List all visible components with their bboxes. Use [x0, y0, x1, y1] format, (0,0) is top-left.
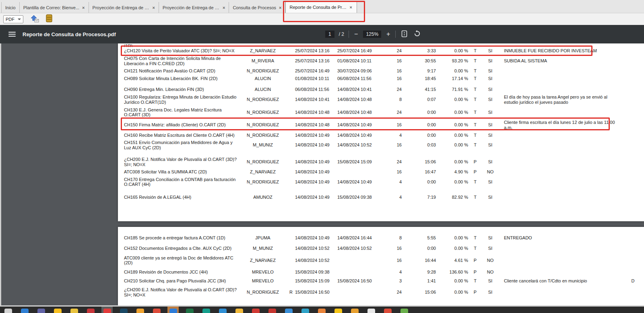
windows-taskbar: [0, 307, 644, 313]
status-letter-cell: T: [468, 76, 482, 81]
rotate-icon[interactable]: [413, 30, 421, 38]
folder-2-icon[interactable]: [235, 309, 243, 313]
status-letter-cell: T: [468, 122, 482, 128]
orange-ring-app-icon[interactable]: [318, 309, 326, 313]
fit-to-page-icon[interactable]: [400, 30, 409, 39]
allocated-hours-cell: 4: [380, 133, 402, 138]
start-datetime-cell: 15/08/2024 16:50: [295, 290, 337, 295]
allocated-hours-cell: 3: [380, 278, 402, 284]
yes-no-cell: SI: [482, 290, 498, 295]
percent-cell: 4.90 %: [436, 169, 468, 175]
table-row: CH152 Documentos Entregados a Clte. AUX …: [118, 245, 644, 252]
close-icon[interactable]: ×: [153, 5, 155, 10]
end-datetime-cell: 06/08/2024 11:56: [337, 76, 380, 81]
edge-browser-icon[interactable]: [219, 309, 227, 313]
red-app-3-icon[interactable]: [268, 309, 276, 313]
excel-icon[interactable]: [186, 309, 194, 313]
comment-cell: INMUEBLE FUE RECIBIDO POR INVESTEAM: [498, 48, 622, 54]
end-datetime-cell: 14/08/2024 10:49: [337, 179, 380, 185]
table-row: ¿CH120 Visita de Perito Valuador ATC (3D…: [118, 47, 644, 55]
browser-tab-0[interactable]: Inicio: [1, 2, 20, 13]
teal-tile-app-icon[interactable]: [301, 309, 309, 313]
browser-tab-4[interactable]: Consulta de Procesos×: [229, 2, 285, 13]
teal-tile-app-taskbar-slot: [299, 307, 311, 313]
powershell-icon[interactable]: [120, 309, 128, 313]
start-icon[interactable]: [4, 309, 12, 313]
tab-title: Proyección de Entrega de Ca...: [93, 5, 150, 10]
blue-ring-app-icon[interactable]: [285, 309, 293, 313]
pen-tool-icon[interactable]: [70, 309, 78, 313]
assignee-cell: ALUCIN: [239, 87, 287, 92]
allocated-hours-cell: 16: [380, 142, 402, 148]
elapsed-duration-cell: 16:44: [402, 258, 436, 263]
opera-browser-icon[interactable]: [103, 309, 111, 313]
yes-no-cell: SI: [482, 110, 498, 115]
allocated-hours-cell: 4: [380, 270, 402, 275]
comment-cell: ENTREGADO: [498, 235, 622, 241]
search-circle-taskbar-slot: [19, 307, 30, 313]
close-icon[interactable]: ×: [223, 5, 225, 10]
search-circle-icon[interactable]: [21, 309, 29, 313]
tab-title: Inicio: [5, 5, 16, 10]
close-icon[interactable]: ×: [279, 5, 281, 10]
yellow-tile-app-icon[interactable]: [334, 309, 342, 313]
allocated-hours-cell: 24: [380, 159, 402, 165]
red-circle-app-2-icon[interactable]: [384, 309, 392, 313]
close-icon[interactable]: ×: [349, 5, 352, 10]
yes-no-cell: SI: [482, 122, 498, 128]
start-datetime-cell: 14/08/2024 10:41: [295, 97, 337, 102]
menu-icon[interactable]: [8, 32, 16, 37]
table-row: CH210 Solicitar Chq. para Pago Plusvalía…: [118, 277, 644, 285]
assignee-cell: N_RODRIGUEZ: [239, 110, 287, 115]
teal-app-icon[interactable]: [202, 309, 210, 313]
percent-cell: 82.92 %: [436, 195, 468, 200]
pdf-doc-app-icon[interactable]: [367, 309, 375, 313]
allocated-hours-cell: 16: [380, 169, 402, 175]
flame-app-icon[interactable]: [136, 309, 144, 313]
percent-cell: 0.00 %: [436, 278, 468, 284]
assignee-cell: N_RODRIGUEZ: [239, 97, 287, 102]
start-datetime-cell: 14/08/2024 10:49: [295, 159, 337, 165]
browser-tab-2[interactable]: Proyección de Entrega de Ca...×: [89, 2, 159, 13]
zoom-in-button[interactable]: +: [386, 31, 391, 37]
tab-title: Proyección de Entrega de Ca...: [163, 5, 220, 10]
percent-cell: 0.00 %: [436, 290, 468, 295]
table-row: ¿CH200 E.J. Notifica Valor de Plusvalía …: [118, 156, 644, 168]
browser-tab-1[interactable]: Plantilla de Correo: Bienve...×: [20, 2, 89, 13]
page-number-input[interactable]: 1: [325, 31, 334, 38]
format-select[interactable]: PDF: [3, 15, 23, 23]
status-letter-cell: T: [468, 68, 482, 74]
allocated-hours-cell: 16: [380, 68, 402, 74]
close-icon[interactable]: ×: [82, 5, 85, 10]
browser-tab-5[interactable]: Reporte de Consulta de Proc...×: [285, 1, 357, 13]
allocated-hours-cell: 24: [380, 110, 402, 115]
end-datetime-cell: 14/08/2024 10:52: [337, 246, 380, 251]
zoom-out-button[interactable]: −: [353, 31, 359, 37]
browser-tab-3[interactable]: Proyección de Entrega de Ca...×: [159, 2, 229, 13]
elapsed-duration-cell: 5:55: [402, 235, 436, 241]
send-report-button[interactable]: [29, 14, 39, 24]
yes-no-cell: NO: [482, 258, 498, 263]
red-app-2-icon[interactable]: [252, 309, 260, 313]
assignee-cell: Z_NARVAEZ: [239, 258, 287, 263]
outlook-icon[interactable]: [169, 309, 177, 313]
red-circle-app-icon[interactable]: [153, 309, 161, 313]
red-app-2-taskbar-slot: [250, 307, 261, 313]
teams-icon[interactable]: [37, 309, 45, 313]
start-datetime-cell: 14/08/2024 10:49: [295, 235, 337, 241]
sprout-app-icon[interactable]: [400, 309, 408, 313]
file-explorer-folder-icon[interactable]: [54, 309, 62, 313]
red-app-3-taskbar-slot: [266, 307, 278, 313]
assignee-cell: JPUMA: [239, 235, 287, 241]
task-name-cell: CH165 Revisión de A.LEGAL (4H): [124, 195, 239, 200]
percent-cell: 0.00 %: [436, 235, 468, 241]
allocated-hours-cell: 8: [380, 97, 402, 102]
flame-app-2-icon[interactable]: [351, 309, 359, 313]
end-datetime-cell: 15/08/2024 15:09: [337, 159, 380, 165]
status-letter-cell: P: [468, 169, 482, 175]
ledger-button[interactable]: [45, 14, 53, 24]
elapsed-duration-cell: 7:19: [402, 195, 436, 200]
pdf-viewer-toolbar: Reporte de Consulta de Procesos.pdf 1 / …: [0, 25, 644, 43]
assignee-cell: M_MUNIZ: [239, 142, 287, 148]
red-white-app-icon[interactable]: [87, 309, 95, 313]
